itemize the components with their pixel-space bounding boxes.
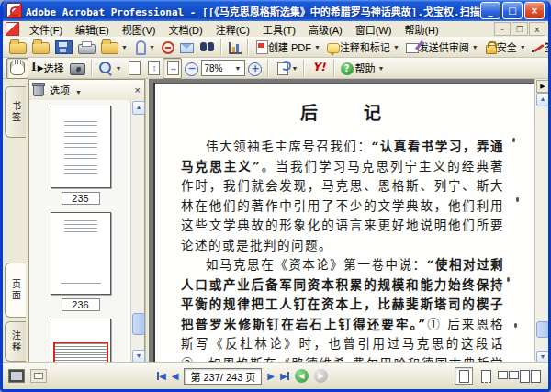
chart-tool-button[interactable] bbox=[225, 37, 244, 58]
save-button[interactable] bbox=[52, 37, 75, 58]
previous-view-button[interactable]: ◀ bbox=[295, 369, 309, 383]
paragraph-2: 如马克思在《资本论》第一卷中说：“使相对过剩人口或产业后备军同资本积累的规模和能… bbox=[181, 255, 504, 365]
yahoo-search-button[interactable]: Y! bbox=[308, 58, 330, 79]
open-folder-icon bbox=[9, 42, 27, 54]
panel-options-button[interactable]: 选项 ▼ bbox=[50, 83, 82, 97]
panel-close-button[interactable]: × bbox=[135, 84, 141, 95]
scroll-thumb[interactable] bbox=[536, 321, 548, 338]
menu-view[interactable]: 视图(V) bbox=[116, 21, 163, 38]
acrobat-app-icon bbox=[6, 3, 22, 18]
fit-page-button[interactable]: ↕ bbox=[143, 58, 163, 79]
last-page-button[interactable]: ▶ bbox=[280, 372, 289, 381]
menu-advanced[interactable]: 高级(A) bbox=[302, 21, 349, 38]
search-button[interactable] bbox=[197, 37, 218, 58]
toolbar-separator bbox=[91, 60, 93, 76]
sign-button[interactable]: 签名▼ bbox=[529, 37, 551, 58]
tab-pages[interactable]: 页面 bbox=[5, 263, 26, 318]
menu-edit[interactable]: 编辑(E) bbox=[69, 21, 116, 38]
page-view-icon[interactable] bbox=[30, 369, 47, 383]
thumbnail-page-236[interactable] bbox=[51, 212, 111, 295]
next-page-button[interactable]: ▶ bbox=[267, 372, 275, 381]
organizer-menu-button[interactable]: ▼ bbox=[98, 37, 130, 58]
page-content: 后 记 伟大领袖毛主席号召我们：“认真看书学习，弄通马克思主义”。当我们学习马克… bbox=[181, 99, 504, 365]
zoom-level-input[interactable] bbox=[204, 63, 231, 73]
window-close-button[interactable]: × bbox=[524, 2, 545, 19]
actual-size-button[interactable] bbox=[124, 58, 143, 79]
zoom-in-button[interactable]: + bbox=[245, 58, 264, 79]
zoom-level-field[interactable]: ▼ bbox=[201, 60, 245, 76]
tab-comments[interactable]: 注释 bbox=[5, 321, 26, 362]
scroll-thumb[interactable] bbox=[132, 313, 145, 335]
email-icon bbox=[180, 43, 194, 53]
dropdown-arrow-icon: ▼ bbox=[75, 89, 82, 95]
print-icon bbox=[78, 44, 96, 54]
print-button[interactable] bbox=[75, 37, 98, 58]
facing-layout-button[interactable] bbox=[521, 367, 539, 385]
continuous-layout-button[interactable] bbox=[477, 367, 495, 385]
continuous-facing-layout-button[interactable] bbox=[499, 367, 517, 385]
scrollbar-menu-arrow[interactable]: ▶ bbox=[536, 80, 548, 93]
help-button[interactable]: ?帮助▼ bbox=[338, 58, 388, 79]
attach-button[interactable]: ▼ bbox=[130, 37, 158, 58]
previous-page-button[interactable]: ◀ bbox=[172, 372, 179, 381]
tab-bookmarks[interactable]: 书签 bbox=[5, 86, 26, 138]
menu-file[interactable]: 文件(F) bbox=[23, 21, 69, 38]
menu-comments[interactable]: 注释(C) bbox=[209, 21, 256, 38]
rotate-page-icon bbox=[277, 62, 288, 75]
email-button[interactable] bbox=[177, 37, 197, 58]
status-bar: ◀ ◀ 第 237/ 243 页 ▶ ▶ ◀ ▶ bbox=[3, 362, 548, 389]
menu-window[interactable]: 窗口(W) bbox=[349, 21, 399, 38]
secure-button[interactable]: 安全▼ bbox=[481, 37, 529, 58]
toolbar-separator bbox=[267, 60, 269, 76]
thumbnail-label-236[interactable]: 236 bbox=[62, 298, 100, 311]
open-button[interactable] bbox=[6, 37, 29, 58]
fit-height-icon: ↕ bbox=[148, 61, 160, 75]
thumbnail-page-235[interactable] bbox=[51, 106, 111, 188]
first-page-button[interactable]: ◀ bbox=[157, 372, 166, 381]
single-page-layout-button[interactable] bbox=[455, 367, 473, 385]
document-pane: 后 记 伟大领袖毛主席号召我们：“认真看书学习，弄通马克思主义”。当我们学习马克… bbox=[149, 79, 535, 365]
scroll-up-arrow[interactable]: ▲ bbox=[536, 93, 548, 106]
window-maximize-button[interactable]: □ bbox=[502, 2, 523, 19]
menu-tools[interactable]: 工具(T) bbox=[256, 21, 302, 38]
document-scrollbar[interactable]: ▶ ▲ ▼ bbox=[534, 79, 548, 365]
dropdown-arrow-icon: ▼ bbox=[314, 44, 320, 50]
fit-width-button[interactable]: ↔ bbox=[163, 58, 182, 79]
next-view-button[interactable]: ▶ bbox=[314, 369, 328, 383]
comment-markup-button[interactable]: 注释和标记▼ bbox=[323, 37, 402, 58]
document-page[interactable]: 后 记 伟大领袖毛主席号召我们：“认真看书学习，弄通马克思主义”。当我们学习马克… bbox=[153, 83, 535, 365]
zoom-out-button[interactable]: − bbox=[182, 58, 201, 79]
pages-panel: 选项 ▼ × 235 236 237 bbox=[28, 79, 145, 365]
menu-help[interactable]: 帮助(H) bbox=[398, 21, 444, 38]
pen-sign-icon bbox=[532, 41, 545, 54]
thumbnail-page-237[interactable] bbox=[51, 319, 111, 364]
doc-minimize-button[interactable]: - bbox=[494, 22, 511, 36]
thumbnail-label-235[interactable]: 235 bbox=[62, 192, 100, 205]
fullscreen-view-icon[interactable] bbox=[8, 369, 25, 383]
create-pdf-button[interactable]: 创建 PDF▼ bbox=[252, 37, 323, 58]
panel-scrollbar[interactable]: ▲ ▼ bbox=[130, 100, 144, 364]
zoom-in-tool-button[interactable]: ▼ bbox=[96, 58, 125, 79]
select-tool-button[interactable]: I▶选择 bbox=[28, 58, 67, 79]
doc-restore-button[interactable]: ❐ bbox=[512, 22, 528, 36]
fit-width-icon: ↔ bbox=[167, 61, 179, 75]
menu-document[interactable]: 文档(D) bbox=[162, 21, 208, 38]
lock-icon bbox=[486, 45, 497, 54]
page-number-field[interactable]: 第 237/ 243 页 bbox=[184, 368, 262, 385]
doc-close-button[interactable]: x bbox=[529, 22, 545, 36]
window-minimize-button[interactable]: _ bbox=[480, 2, 500, 19]
toolbar-separator bbox=[220, 39, 222, 55]
snapshot-tool-button[interactable] bbox=[67, 58, 88, 79]
stamp-button[interactable] bbox=[158, 37, 177, 58]
organizer-button[interactable] bbox=[29, 37, 52, 58]
send-review-button[interactable]: 发送供审阅▼ bbox=[402, 37, 481, 58]
comment-bubble-icon bbox=[327, 43, 340, 53]
paperclip-icon bbox=[136, 40, 146, 55]
save-icon bbox=[55, 40, 73, 54]
scroll-up-arrow[interactable]: ▲ bbox=[132, 101, 145, 115]
folder-icon bbox=[101, 42, 118, 54]
title-bar[interactable]: Adobe Acrobat Professional - [[《马克思恩格斯选集… bbox=[3, 0, 548, 21]
hand-tool-button[interactable] bbox=[6, 58, 28, 79]
delete-page-trash-icon[interactable] bbox=[33, 84, 44, 96]
rotate-pages-button[interactable]: ▼ bbox=[272, 58, 300, 79]
